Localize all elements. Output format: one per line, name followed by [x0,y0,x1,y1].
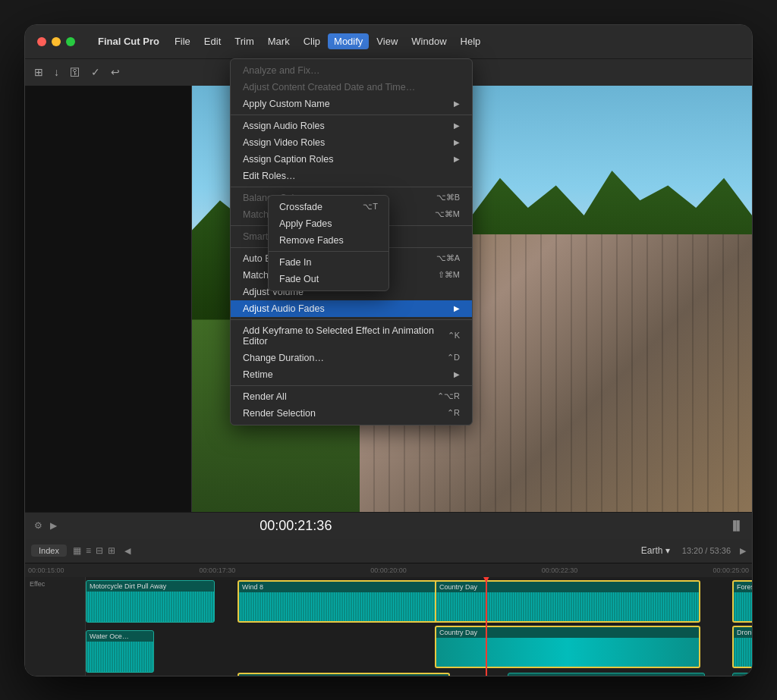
waveform-bars-water [87,642,153,672]
expand-icon: ⊞ [108,545,115,556]
clip-wind8-bottom[interactable]: Wind 8 [238,673,450,676]
clip-label-country-day-mid: Country Day [436,627,699,638]
clip-label-wind8-top: Wind 8 [239,582,448,592]
share-icon[interactable]: ↩ [111,66,120,78]
check-icon[interactable]: ✓ [91,66,100,78]
waveform-bars-wind8-top [239,592,448,621]
clip-country-day-top[interactable]: Country Day [435,580,700,623]
menu-clip[interactable]: Clip [297,33,326,49]
clip-forest01-bottom[interactable]: Forest 01 [732,673,752,676]
menu-trim[interactable]: Trim [228,33,260,49]
timeline-icons: ▦ ≡ ⊟ ⊞ [73,545,115,556]
ruler-mark-2: 00:00:17:30 [200,567,236,574]
main-area [25,86,752,512]
bridge [360,234,752,511]
toolbar: ⊞ ↓ ⚿ ✓ ↩ [25,58,752,86]
timeline-area: Index ▦ ≡ ⊟ ⊞ ◀ Earth ▾ 13:20 / 53:36 ▶ … [25,539,752,676]
menu-bar: File Edit Trim Mark Clip Modify View Win… [168,33,486,49]
timecode: 00:00:21:36 [260,518,332,534]
library-icon[interactable]: ⊞ [34,66,43,78]
left-panel [25,86,192,512]
clip-label-country-day-top: Country Day [436,582,699,592]
ruler-mark-5: 00:00:25:00 [713,567,749,574]
clip-waveform-water [87,642,153,672]
clip-label-water: Water Oce… [87,631,153,642]
clip-label-bison: Bison SFX 01 [508,673,704,676]
clip-water[interactable]: Water Oce… [86,630,154,673]
ruler-mark-1: 00:00:15:00 [28,567,64,574]
bridge-planks [360,234,752,511]
earth-selector[interactable]: Earth ▾ [641,545,670,556]
clip-icon: ▦ [73,545,81,556]
clip-forest01-top[interactable]: Forest 01 [732,580,752,623]
index-button[interactable]: Index [31,545,67,557]
clip-label-forest01-bottom: Forest 01 [733,673,752,676]
playback-settings-icon[interactable]: ⚙ [34,520,42,531]
clip-waveform-country-day-mid [436,638,699,667]
clip-label-forest01-top: Forest 01 [734,582,752,592]
menu-modify[interactable]: Modify [328,33,369,49]
timeline-header: Index ▦ ≡ ⊟ ⊞ ◀ Earth ▾ 13:20 / 53:36 ▶ [25,539,752,563]
playback-icon[interactable]: ▶ [50,520,57,531]
waveform-bars-motorcycle [87,592,214,622]
maximize-button[interactable] [66,37,75,46]
traffic-lights [37,37,75,46]
mac-window: Final Cut Pro File Edit Trim Mark Clip M… [24,24,753,676]
menu-mark[interactable]: Mark [262,33,296,49]
minimize-button[interactable] [52,37,61,46]
ruler-mark-3: 00:00:20:00 [370,567,407,574]
clip-waveform-forest01-top [734,592,752,621]
clip-wind8-top[interactable]: Wind 8 [238,580,450,623]
clip-waveform-wind8-top [239,592,448,621]
playback-bar: ⚙ ▶ 00:00:21:36 ▐▌ [25,512,752,539]
bridge-scene [192,86,752,512]
ruler-marks: 00:00:15:00 00:00:17:30 00:00:20:00 00:0… [28,567,749,574]
waveform-bars-forest01-top [734,592,752,621]
waveform-bars-country-day-top [436,592,699,621]
menu-view[interactable]: View [370,33,404,49]
list-icon: ≡ [86,545,91,556]
menu-window[interactable]: Window [405,33,452,49]
import-icon[interactable]: ↓ [54,66,59,78]
track-label-effects: Effec [28,579,82,589]
grid-icon: ⊟ [96,545,103,556]
timeline-ruler: 00:00:15:00 00:00:17:30 00:00:20:00 00:0… [25,563,752,577]
close-button[interactable] [37,37,46,46]
tracks-content: Motorcycle Dirt Pull Away Wind 8 Country… [86,577,752,676]
timeline-tracks: Effec Motorcycle Dirt Pull Away Wind 8 [25,577,752,676]
title-bar: Final Cut Pro File Edit Trim Mark Clip M… [25,25,752,58]
waveform-bars-drone [734,638,752,667]
menu-edit[interactable]: Edit [198,33,227,49]
audio-meter-icon[interactable]: ▐▌ [730,520,743,531]
key-icon[interactable]: ⚿ [70,66,80,78]
clip-label-wind8-bottom: Wind 8 [239,674,448,676]
clip-motorcycle[interactable]: Motorcycle Dirt Pull Away [86,580,215,623]
menu-file[interactable]: File [168,33,197,49]
clip-label-motorcycle: Motorcycle Dirt Pull Away [87,581,214,592]
clip-country-day-mid[interactable]: Country Day [435,626,700,668]
timeline-position: 13:20 / 53:36 [682,546,731,555]
menu-help[interactable]: Help [455,33,487,49]
video-preview [192,86,752,512]
clip-bison[interactable]: Bison SFX 01 [508,673,705,676]
clip-label-drone: Drone [734,627,752,638]
clip-waveform-country-day-top [436,592,699,621]
nav-right-icon[interactable]: ▶ [740,546,746,556]
playhead[interactable] [486,577,487,676]
track-labels: Effec [25,577,86,676]
clip-waveform-drone [734,638,752,667]
clip-drone[interactable]: Drone [732,626,752,668]
clip-waveform-motorcycle [87,592,214,622]
app-name: Final Cut Pro [98,36,159,47]
waveform-bars-country-day-mid [436,638,699,667]
nav-left-icon[interactable]: ◀ [124,546,131,556]
ruler-mark-4: 00:00:22:30 [542,567,578,574]
